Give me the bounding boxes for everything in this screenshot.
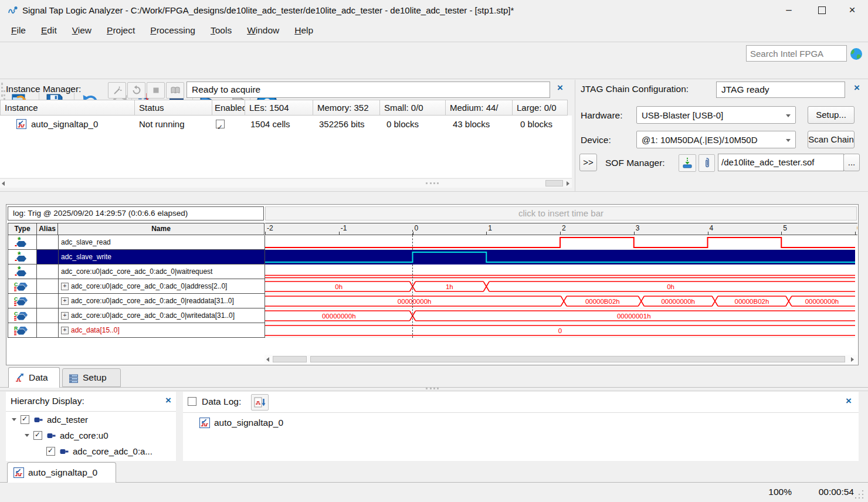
signal-name-cell[interactable]: adc_core:u0|adc_core_adc_0:adc_0|waitreq… — [59, 264, 265, 279]
instance-manager-hscrollbar[interactable] — [0, 178, 572, 188]
signal-alias-cell[interactable] — [37, 250, 59, 264]
waveform-row[interactable] — [265, 264, 855, 279]
read-data-icon[interactable] — [166, 82, 184, 99]
tree-caret-icon[interactable] — [25, 434, 29, 437]
signal-row[interactable]: *adc_slave_write — [8, 250, 265, 264]
menu-view[interactable]: View — [65, 21, 99, 40]
panel-splitter[interactable] — [575, 80, 575, 191]
hierarchy-checkbox[interactable] — [21, 415, 29, 424]
sof-file-path[interactable]: /de10lite_adc_tester.sof — [718, 154, 844, 171]
menu-processing[interactable]: Processing — [143, 21, 203, 40]
signal-alias-cell[interactable] — [37, 235, 59, 250]
col-status[interactable]: Status — [134, 100, 212, 116]
signal-name-cell[interactable]: adc_slave_read — [59, 235, 265, 250]
data-log-save-icon[interactable] — [251, 394, 269, 411]
autorun-analysis-small-icon[interactable] — [127, 82, 145, 99]
expand-sof-button[interactable]: >> — [579, 154, 597, 171]
instance-manager-close-icon[interactable]: × — [557, 82, 563, 94]
col-memory[interactable]: Memory: 352 — [313, 100, 380, 116]
data-log-item[interactable]: auto_signaltap_0 — [199, 418, 283, 428]
expand-bus-icon[interactable]: + — [61, 297, 69, 305]
maximize-button[interactable] — [808, 0, 835, 21]
signal-name-cell[interactable]: +adc_core:u0|adc_core_adc_0:adc_0|addres… — [59, 279, 265, 294]
col-medium[interactable]: Medium: 44/ — [445, 100, 513, 116]
hardware-select[interactable]: USB-Blaster [USB-0] — [636, 106, 796, 124]
instance-row[interactable]: auto_signaltap_0 Not running 1504 cells … — [0, 116, 572, 133]
signal-row[interactable]: C+adc_core:u0|adc_core_adc_0:adc_0|write… — [8, 308, 265, 323]
signal-row[interactable]: C+adc_core:u0|adc_core_adc_0:adc_0|readd… — [8, 294, 265, 308]
col-instance[interactable]: Instance — [0, 100, 135, 116]
menu-file[interactable]: File — [4, 21, 33, 40]
expand-bus-icon[interactable]: + — [61, 312, 69, 320]
browse-sof-button[interactable]: ... — [843, 154, 860, 171]
menu-help[interactable]: Help — [287, 21, 321, 40]
enabled-checkbox[interactable] — [216, 120, 225, 128]
expand-bus-icon[interactable]: + — [61, 327, 69, 334]
menu-bar-items: FileEditViewProjectProcessingToolsWindow… — [4, 21, 321, 40]
signal-alias-cell[interactable] — [37, 279, 59, 294]
waveform-row[interactable]: 00000000h00000B02h00000000h00000B02h0000… — [265, 294, 855, 308]
device-select[interactable]: @1: 10M50DA(.|ES)/10M50D — [636, 131, 796, 148]
hierarchy-close-icon[interactable]: × — [165, 395, 171, 406]
expand-bus-icon[interactable]: + — [61, 283, 69, 290]
title-bar: Signal Tap Logic Analyzer - C:/Work/FPGA… — [0, 0, 868, 21]
jtag-close-icon[interactable]: × — [854, 82, 860, 94]
menu-window[interactable]: Window — [239, 21, 287, 40]
waveform-display[interactable]: 0h1h0h00000000h00000B02h00000000h00000B0… — [265, 235, 855, 338]
col-large[interactable]: Large: 0/0 — [512, 100, 568, 116]
signal-name: adc_core:u0|adc_core_adc_0:adc_0|readdat… — [71, 297, 234, 305]
hierarchy-item-adc-tester[interactable]: adc_tester — [6, 412, 176, 428]
waveform-row[interactable] — [265, 250, 855, 264]
hierarchy-item-adc-core-adc-0-a-[interactable]: adc_core_adc_0:a... — [6, 443, 176, 459]
stop-analysis-icon[interactable] — [147, 82, 165, 99]
signal-row[interactable]: *adc_slave_read — [8, 235, 265, 250]
time-bar-hint[interactable]: click to insert time bar — [265, 206, 857, 221]
signal-row[interactable]: *adc_core:u0|adc_core_adc_0:adc_0|waitre… — [8, 264, 265, 279]
menu-project[interactable]: Project — [99, 21, 143, 40]
resize-grip[interactable] — [854, 489, 864, 500]
col-les[interactable]: LEs: 1504 — [245, 100, 313, 116]
tab-data[interactable]: Data — [8, 367, 60, 388]
hierarchy-checkbox[interactable] — [33, 431, 42, 440]
signal-name-cell[interactable]: +adc_core:u0|adc_core_adc_0:adc_0|writed… — [59, 308, 265, 323]
svg-text:00000000h: 00000000h — [398, 298, 432, 305]
col-small[interactable]: Small: 0/0 — [379, 100, 446, 116]
signal-name-cell[interactable]: adc_slave_write — [59, 250, 265, 264]
signal-row[interactable]: C+adc_core:u0|adc_core_adc_0:adc_0|addre… — [8, 279, 265, 294]
program-device-icon[interactable] — [679, 154, 696, 172]
signal-alias-cell[interactable] — [37, 308, 59, 323]
minimize-button[interactable]: – — [775, 0, 802, 21]
signal-name-cell[interactable]: +adc_data[15..0] — [59, 323, 265, 338]
tick-label: 6 — [857, 224, 857, 232]
hierarchy-checkbox[interactable] — [46, 447, 55, 456]
hierarchy-item-adc-core-u0[interactable]: adc_core:u0 — [6, 428, 176, 443]
signal-alias-cell[interactable] — [37, 323, 59, 338]
hierarchy-item-label: adc_tester — [47, 415, 88, 425]
waveform-row[interactable]: 0h1h0h — [265, 279, 855, 294]
menu-tools[interactable]: Tools — [203, 21, 239, 40]
waveform-row[interactable]: 00000000h00000001h — [265, 308, 855, 323]
signal-name-cell[interactable]: +adc_core:u0|adc_core_adc_0:adc_0|readda… — [59, 294, 265, 308]
signal-alias-cell[interactable] — [37, 294, 59, 308]
scan-chain-button[interactable]: Scan Chain — [808, 131, 855, 148]
signal-row[interactable]: R+adc_data[15..0] — [8, 323, 265, 338]
setup-button[interactable]: Setup... — [808, 106, 855, 124]
data-log-checkbox[interactable] — [188, 397, 196, 406]
waveform-hscrollbar[interactable] — [265, 355, 857, 364]
waveform-row[interactable] — [265, 235, 855, 250]
bottom-tab-auto-signaltap-0[interactable]: auto_signaltap_0 — [7, 462, 116, 483]
waveform-row[interactable]: 0 — [265, 323, 855, 338]
menu-edit[interactable]: Edit — [33, 21, 65, 40]
panel-drag-handle[interactable] — [1, 83, 3, 97]
attach-sof-icon[interactable] — [699, 154, 715, 172]
signal-alias-cell[interactable] — [37, 264, 59, 279]
timeline-ruler[interactable]: -2-10123456 — [265, 223, 857, 235]
tab-setup[interactable]: Setup — [62, 368, 121, 387]
svg-text:0h: 0h — [335, 283, 343, 290]
run-analysis-small-icon[interactable] — [108, 82, 126, 99]
tree-caret-icon[interactable] — [12, 418, 16, 421]
jtag-status: JTAG ready — [716, 82, 845, 98]
close-button[interactable]: × — [839, 0, 866, 21]
data-log-close-icon[interactable]: × — [846, 395, 852, 407]
col-enabled[interactable]: Enabled — [212, 100, 245, 116]
